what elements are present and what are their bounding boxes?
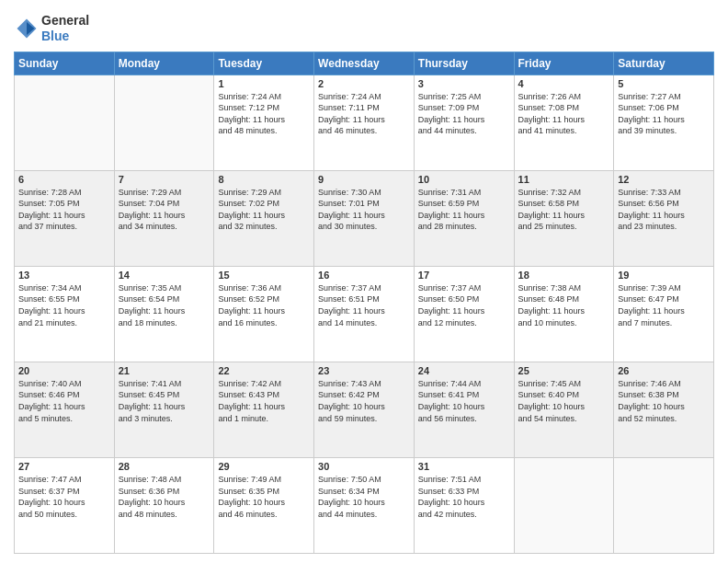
day-info: Sunrise: 7:24 AM Sunset: 7:12 PM Dayligh… [218,91,310,137]
day-info: Sunrise: 7:25 AM Sunset: 7:09 PM Dayligh… [418,91,510,137]
day-info: Sunrise: 7:29 AM Sunset: 7:04 PM Dayligh… [119,187,210,233]
calendar-cell: 25Sunrise: 7:45 AM Sunset: 6:40 PM Dayli… [514,362,614,457]
day-number: 13 [18,270,110,281]
day-number: 15 [218,270,310,281]
day-info: Sunrise: 7:33 AM Sunset: 6:56 PM Dayligh… [618,187,710,233]
day-number: 17 [418,270,510,281]
day-info: Sunrise: 7:28 AM Sunset: 7:05 PM Dayligh… [18,187,110,233]
day-number: 11 [518,174,610,185]
logo-text: General Blue [41,13,89,44]
day-number: 22 [218,365,310,376]
calendar-cell: 16Sunrise: 7:37 AM Sunset: 6:51 PM Dayli… [314,266,415,362]
day-info: Sunrise: 7:36 AM Sunset: 6:52 PM Dayligh… [218,282,310,328]
calendar-week-row: 13Sunrise: 7:34 AM Sunset: 6:55 PM Dayli… [15,266,714,362]
day-number: 14 [119,270,210,281]
calendar-cell: 30Sunrise: 7:50 AM Sunset: 6:34 PM Dayli… [314,457,415,553]
calendar-cell: 23Sunrise: 7:43 AM Sunset: 6:42 PM Dayli… [314,362,415,457]
day-number: 4 [518,78,610,89]
day-info: Sunrise: 7:42 AM Sunset: 6:43 PM Dayligh… [218,378,310,424]
calendar-week-row: 27Sunrise: 7:47 AM Sunset: 6:37 PM Dayli… [15,457,714,553]
calendar-week-row: 6Sunrise: 7:28 AM Sunset: 7:05 PM Daylig… [15,170,714,266]
calendar-cell [15,75,115,170]
day-info: Sunrise: 7:51 AM Sunset: 6:33 PM Dayligh… [418,474,510,520]
weekday-header: Saturday [614,52,714,75]
day-info: Sunrise: 7:47 AM Sunset: 6:37 PM Dayligh… [18,474,110,520]
day-info: Sunrise: 7:37 AM Sunset: 6:51 PM Dayligh… [318,282,410,328]
day-info: Sunrise: 7:37 AM Sunset: 6:50 PM Dayligh… [418,282,510,328]
calendar-cell: 27Sunrise: 7:47 AM Sunset: 6:37 PM Dayli… [15,457,115,553]
day-number: 21 [119,365,210,376]
calendar-cell: 13Sunrise: 7:34 AM Sunset: 6:55 PM Dayli… [15,266,115,362]
day-info: Sunrise: 7:38 AM Sunset: 6:48 PM Dayligh… [518,282,610,328]
calendar-cell: 6Sunrise: 7:28 AM Sunset: 7:05 PM Daylig… [15,170,115,266]
day-info: Sunrise: 7:32 AM Sunset: 6:58 PM Dayligh… [518,187,610,233]
day-info: Sunrise: 7:27 AM Sunset: 7:06 PM Dayligh… [618,91,710,137]
day-info: Sunrise: 7:26 AM Sunset: 7:08 PM Dayligh… [518,91,610,137]
day-number: 16 [318,270,410,281]
weekday-header: Thursday [414,52,514,75]
day-info: Sunrise: 7:50 AM Sunset: 6:34 PM Dayligh… [318,474,410,520]
day-number: 1 [218,78,310,89]
calendar-cell [514,457,614,553]
day-number: 18 [518,270,610,281]
day-number: 20 [18,365,110,376]
day-number: 7 [119,174,210,185]
calendar-cell: 8Sunrise: 7:29 AM Sunset: 7:02 PM Daylig… [214,170,314,266]
calendar-cell: 2Sunrise: 7:24 AM Sunset: 7:11 PM Daylig… [314,75,415,170]
calendar-cell: 10Sunrise: 7:31 AM Sunset: 6:59 PM Dayli… [414,170,514,266]
day-info: Sunrise: 7:30 AM Sunset: 7:01 PM Dayligh… [318,187,410,233]
calendar-header-row: SundayMondayTuesdayWednesdayThursdayFrid… [15,52,714,75]
calendar-cell: 7Sunrise: 7:29 AM Sunset: 7:04 PM Daylig… [114,170,214,266]
calendar-cell: 31Sunrise: 7:51 AM Sunset: 6:33 PM Dayli… [414,457,514,553]
day-info: Sunrise: 7:41 AM Sunset: 6:45 PM Dayligh… [119,378,210,424]
calendar-cell: 4Sunrise: 7:26 AM Sunset: 7:08 PM Daylig… [514,75,614,170]
day-number: 24 [418,365,510,376]
calendar-cell: 17Sunrise: 7:37 AM Sunset: 6:50 PM Dayli… [414,266,514,362]
calendar-cell: 26Sunrise: 7:46 AM Sunset: 6:38 PM Dayli… [614,362,714,457]
calendar-cell: 11Sunrise: 7:32 AM Sunset: 6:58 PM Dayli… [514,170,614,266]
day-info: Sunrise: 7:49 AM Sunset: 6:35 PM Dayligh… [218,474,310,520]
day-number: 9 [318,174,410,185]
calendar-cell: 18Sunrise: 7:38 AM Sunset: 6:48 PM Dayli… [514,266,614,362]
day-info: Sunrise: 7:48 AM Sunset: 6:36 PM Dayligh… [119,474,210,520]
day-number: 6 [18,174,110,185]
day-info: Sunrise: 7:34 AM Sunset: 6:55 PM Dayligh… [18,282,110,328]
calendar-cell: 14Sunrise: 7:35 AM Sunset: 6:54 PM Dayli… [114,266,214,362]
day-number: 12 [618,174,710,185]
day-info: Sunrise: 7:44 AM Sunset: 6:41 PM Dayligh… [418,378,510,424]
day-number: 27 [18,461,110,472]
day-info: Sunrise: 7:46 AM Sunset: 6:38 PM Dayligh… [618,378,710,424]
day-number: 10 [418,174,510,185]
calendar-cell: 9Sunrise: 7:30 AM Sunset: 7:01 PM Daylig… [314,170,415,266]
calendar-cell: 22Sunrise: 7:42 AM Sunset: 6:43 PM Dayli… [214,362,314,457]
weekday-header: Monday [114,52,214,75]
calendar-cell [614,457,714,553]
day-number: 30 [318,461,410,472]
day-info: Sunrise: 7:40 AM Sunset: 6:46 PM Dayligh… [18,378,110,424]
calendar-cell: 21Sunrise: 7:41 AM Sunset: 6:45 PM Dayli… [114,362,214,457]
weekday-header: Tuesday [214,52,314,75]
day-number: 23 [318,365,410,376]
calendar-week-row: 1Sunrise: 7:24 AM Sunset: 7:12 PM Daylig… [15,75,714,170]
day-number: 5 [618,78,710,89]
calendar-cell: 19Sunrise: 7:39 AM Sunset: 6:47 PM Dayli… [614,266,714,362]
calendar-cell: 1Sunrise: 7:24 AM Sunset: 7:12 PM Daylig… [214,75,314,170]
calendar-table: SundayMondayTuesdayWednesdayThursdayFrid… [14,52,714,554]
calendar-cell: 15Sunrise: 7:36 AM Sunset: 6:52 PM Dayli… [214,266,314,362]
weekday-header: Sunday [15,52,115,75]
day-number: 29 [218,461,310,472]
day-number: 28 [119,461,210,472]
day-info: Sunrise: 7:24 AM Sunset: 7:11 PM Dayligh… [318,91,410,137]
day-number: 31 [418,461,510,472]
day-info: Sunrise: 7:29 AM Sunset: 7:02 PM Dayligh… [218,187,310,233]
weekday-header: Friday [514,52,614,75]
logo-icon [14,16,40,41]
calendar-cell: 12Sunrise: 7:33 AM Sunset: 6:56 PM Dayli… [614,170,714,266]
day-info: Sunrise: 7:35 AM Sunset: 6:54 PM Dayligh… [119,282,210,328]
calendar-cell: 24Sunrise: 7:44 AM Sunset: 6:41 PM Dayli… [414,362,514,457]
calendar-cell: 20Sunrise: 7:40 AM Sunset: 6:46 PM Dayli… [15,362,115,457]
header: General Blue [14,9,714,44]
calendar-cell: 3Sunrise: 7:25 AM Sunset: 7:09 PM Daylig… [414,75,514,170]
page: General Blue SundayMondayTuesdayWednesda… [0,0,728,563]
weekday-header: Wednesday [314,52,415,75]
